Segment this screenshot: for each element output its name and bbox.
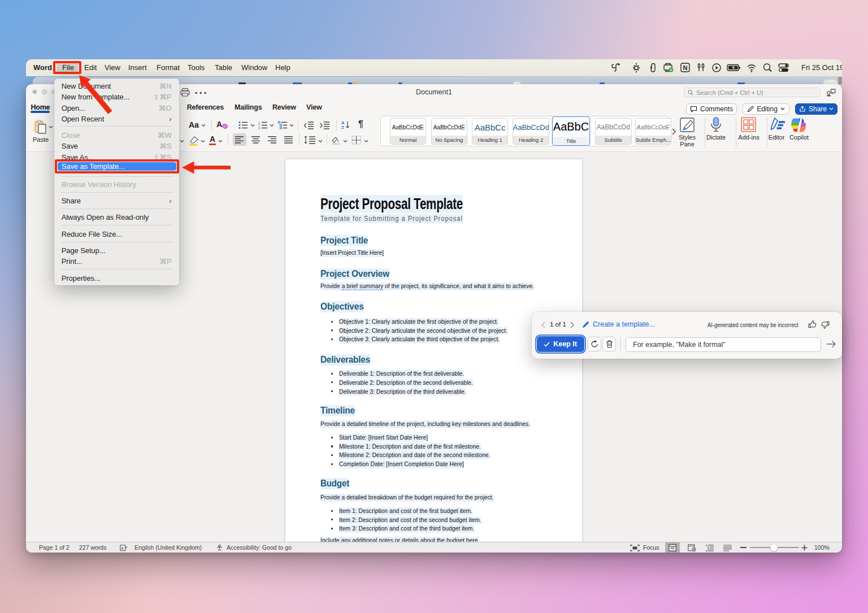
svg-text:3: 3: [258, 127, 260, 129]
svg-text:A: A: [121, 546, 124, 550]
svg-text:Z: Z: [341, 125, 344, 129]
svg-text:N: N: [683, 64, 688, 71]
